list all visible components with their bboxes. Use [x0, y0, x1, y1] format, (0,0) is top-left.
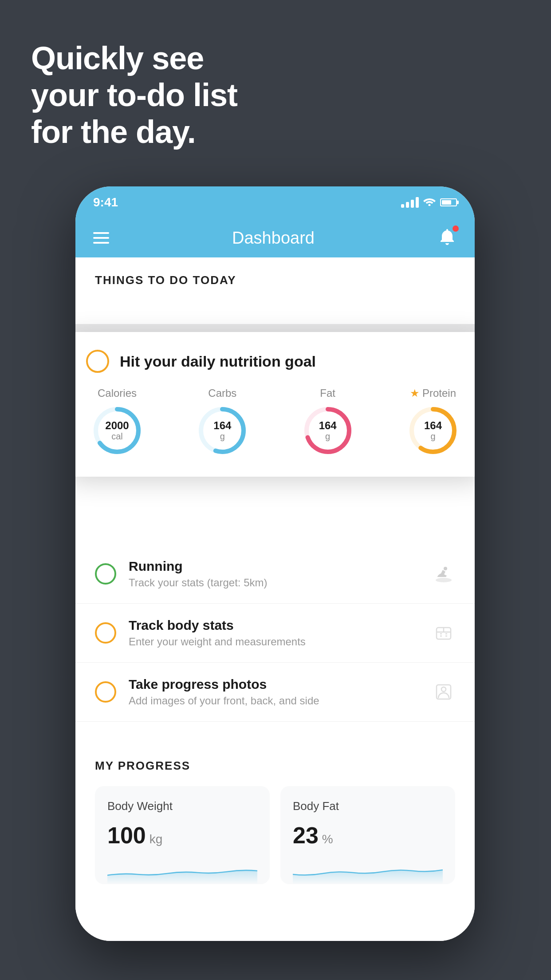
body-stats-subtitle: Enter your weight and measurements	[129, 636, 420, 648]
fat-label: Fat	[320, 387, 335, 399]
progress-section: MY PROGRESS Body Weight 100 kg	[75, 739, 475, 884]
todo-running[interactable]: Running Track your stats (target: 5km)	[75, 545, 475, 604]
running-subtitle: Track your stats (target: 5km)	[129, 577, 420, 589]
body-fat-value-row: 23 %	[293, 822, 443, 849]
svg-point-10	[444, 567, 447, 570]
calories-donut: 2000 cal	[91, 404, 144, 457]
protein-label: Protein	[422, 387, 456, 399]
body-stats-check-circle[interactable]	[95, 622, 116, 644]
hero-text: Quickly see your to-do list for the day.	[31, 40, 237, 150]
nutrition-circles: Calories 2000 cal	[86, 387, 464, 457]
svg-point-0	[429, 204, 431, 206]
nutrition-protein: ★ Protein 164 g	[406, 387, 460, 457]
nutrition-card-title: Hit your daily nutrition goal	[120, 353, 316, 370]
battery-icon	[440, 198, 457, 206]
body-fat-value: 23	[293, 822, 319, 849]
protein-label-row: ★ Protein	[410, 387, 456, 399]
nutrition-card: Hit your daily nutrition goal Calories	[75, 332, 475, 477]
body-stats-text: Track body stats Enter your weight and m…	[129, 618, 420, 648]
nutrition-check-circle[interactable]	[86, 350, 109, 373]
body-fat-chart	[293, 858, 443, 884]
photos-text: Take progress photos Add images of your …	[129, 677, 420, 707]
nav-title: Dashboard	[232, 229, 315, 248]
carbs-unit: g	[213, 431, 231, 441]
running-icon	[432, 562, 455, 585]
body-weight-value-row: 100 kg	[107, 822, 257, 849]
hero-line1: Quickly see	[31, 40, 237, 77]
protein-value: 164	[424, 420, 442, 431]
photos-title: Take progress photos	[129, 677, 420, 692]
notification-dot	[453, 225, 459, 232]
fat-unit: g	[319, 431, 337, 441]
photos-subtitle: Add images of your front, back, and side	[129, 695, 420, 707]
scale-icon	[432, 621, 455, 644]
body-weight-chart	[107, 858, 257, 884]
body-fat-unit: %	[322, 832, 333, 846]
todo-list: Running Track your stats (target: 5km)	[75, 545, 475, 722]
phone-mockup: 9:41	[75, 186, 475, 941]
svg-point-9	[436, 578, 452, 582]
nav-bar: Dashboard	[75, 218, 475, 257]
body-weight-card[interactable]: Body Weight 100 kg	[95, 786, 270, 884]
body-weight-title: Body Weight	[107, 799, 257, 813]
body-weight-unit: kg	[150, 832, 163, 846]
menu-button[interactable]	[93, 232, 109, 244]
protein-donut: 164 g	[406, 404, 460, 457]
running-title: Running	[129, 559, 420, 574]
photos-check-circle[interactable]	[95, 681, 116, 703]
running-check-circle[interactable]	[95, 563, 116, 585]
nutrition-calories: Calories 2000 cal	[91, 387, 144, 457]
body-fat-title: Body Fat	[293, 799, 443, 813]
carbs-value: 164	[213, 420, 231, 431]
fat-donut: 164 g	[301, 404, 354, 457]
calories-unit: cal	[105, 431, 129, 441]
todo-body-stats[interactable]: Track body stats Enter your weight and m…	[75, 604, 475, 663]
calories-value: 2000	[105, 420, 129, 431]
card-title-row: Hit your daily nutrition goal	[86, 350, 464, 373]
signal-icon	[401, 197, 419, 208]
body-stats-title: Track body stats	[129, 618, 420, 633]
phone-body: THINGS TO DO TODAY Hit your daily nutrit…	[75, 257, 475, 941]
carbs-label: Carbs	[208, 387, 236, 399]
body-fat-card[interactable]: Body Fat 23 %	[280, 786, 455, 884]
notification-button[interactable]	[437, 227, 457, 249]
hero-line3: for the day.	[31, 114, 237, 150]
nutrition-carbs: Carbs 164 g	[196, 387, 249, 457]
progress-cards: Body Weight 100 kg	[95, 786, 455, 884]
status-bar: 9:41	[75, 186, 475, 218]
star-icon: ★	[410, 387, 420, 399]
person-icon	[432, 680, 455, 703]
status-time: 9:41	[93, 195, 118, 209]
protein-unit: g	[424, 431, 442, 441]
calories-label: Calories	[98, 387, 137, 399]
body-weight-value: 100	[107, 822, 146, 849]
hero-line2: your to-do list	[31, 77, 237, 114]
progress-header: MY PROGRESS	[95, 759, 455, 773]
running-text: Running Track your stats (target: 5km)	[129, 559, 420, 589]
nutrition-fat: Fat 164 g	[301, 387, 354, 457]
things-to-do-header: THINGS TO DO TODAY	[75, 257, 475, 296]
wifi-icon	[423, 196, 436, 209]
carbs-donut: 164 g	[196, 404, 249, 457]
svg-point-19	[441, 687, 446, 692]
fat-value: 164	[319, 420, 337, 431]
todo-photos[interactable]: Take progress photos Add images of your …	[75, 663, 475, 722]
status-icons	[401, 196, 457, 209]
